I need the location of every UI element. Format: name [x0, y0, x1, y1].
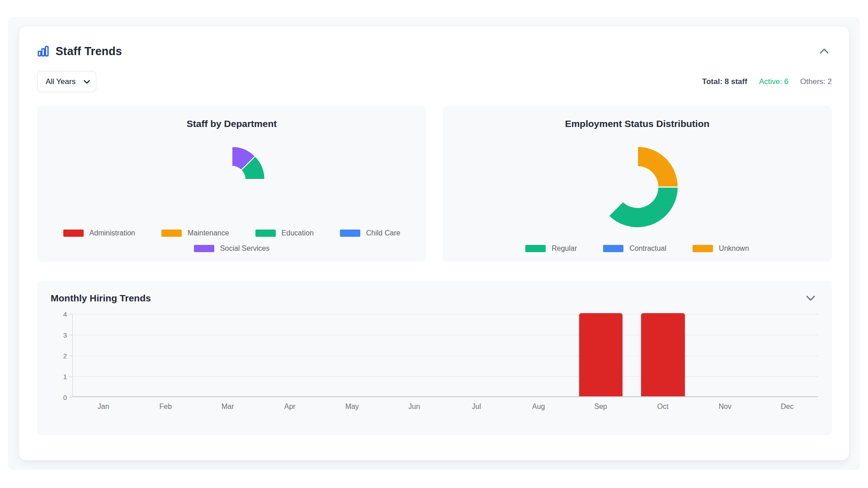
bar-chart-x-labels: JanFebMarAprMayJunJulAugSepOctNovDec [72, 403, 818, 411]
bar-cell-oct [632, 314, 694, 396]
x-tick-label-mar: Mar [197, 403, 259, 411]
active-staff-stat: Active: 6 [759, 77, 788, 86]
legend-swatch [255, 230, 276, 237]
legend-swatch [340, 230, 360, 237]
monthly-trends-panel: Monthly Hiring Trends 01234 JanFebMarApr… [37, 281, 832, 435]
legend-item-education[interactable]: Education [255, 229, 314, 237]
bar-cell-jun [383, 314, 445, 396]
card-header: Staff Trends [37, 42, 832, 60]
bar-cell-jul [446, 314, 508, 396]
y-tick-mark [69, 376, 72, 377]
x-tick-label-oct: Oct [632, 403, 694, 411]
y-tick-label: 2 [63, 352, 67, 360]
y-tick-label: 0 [63, 394, 67, 401]
x-tick-label-may: May [321, 403, 383, 411]
legend-item-maintenance[interactable]: Maintenance [161, 229, 229, 237]
bar-chart-icon [37, 45, 49, 57]
bar-cell-sep [570, 314, 632, 396]
legend-label: Child Care [366, 229, 401, 237]
legend-swatch [603, 245, 623, 252]
legend-swatch [194, 245, 214, 252]
donut-slice-unknown[interactable] [637, 146, 678, 187]
controls-row: All Years Total: 8 staff Active: 6 Other… [37, 71, 832, 92]
y-tick-mark [69, 314, 72, 314]
bar-cell-nov [694, 314, 756, 396]
bar-oct[interactable] [641, 313, 684, 396]
legend-item-administration[interactable]: Administration [63, 229, 135, 237]
bar-cell-may [321, 314, 383, 396]
bar-cell-apr [259, 314, 321, 396]
bar-cell-mar [197, 314, 259, 396]
charts-row: Staff by Department AdministrationMainte… [37, 106, 832, 262]
collapse-monthly-button[interactable] [803, 292, 818, 304]
legend-label: Unknown [719, 244, 749, 253]
y-tick-label: 3 [63, 331, 67, 339]
legend-swatch [525, 245, 546, 252]
bar-chart-plot-area [72, 314, 818, 397]
status-chart-title: Employment Status Distribution [565, 118, 710, 129]
department-legend: AdministrationMaintenanceEducationChild … [46, 229, 417, 253]
staff-trends-section: Staff Trends All Years [8, 17, 860, 470]
legend-label: Administration [90, 229, 135, 237]
others-staff-stat: Others: 2 [800, 77, 832, 86]
x-tick-label-jun: Jun [383, 403, 446, 411]
y-tick-label: 1 [63, 373, 67, 380]
collapse-section-button[interactable] [816, 45, 832, 57]
x-tick-label-aug: Aug [508, 403, 570, 411]
monthly-trends-title: Monthly Hiring Trends [51, 293, 151, 304]
department-chart-title: Staff by Department [187, 118, 277, 129]
legend-label: Maintenance [188, 229, 229, 237]
legend-swatch [693, 245, 713, 252]
legend-item-contractual[interactable]: Contractual [603, 244, 666, 253]
bar-cell-feb [135, 314, 197, 396]
x-tick-label-dec: Dec [756, 403, 819, 411]
legend-label: Contractual [629, 244, 666, 253]
y-tick-mark [69, 356, 72, 356]
total-staff-stat: Total: 8 staff [702, 77, 747, 86]
x-tick-label-feb: Feb [135, 403, 197, 411]
status-donut-chart [595, 129, 679, 244]
status-chart-panel: Employment Status Distribution RegularCo… [443, 106, 832, 262]
page-title: Staff Trends [56, 45, 122, 58]
department-chart-panel: Staff by Department AdministrationMainte… [37, 106, 426, 262]
chevron-down-icon [806, 296, 816, 303]
year-filter: All Years [37, 71, 96, 92]
x-tick-label-jan: Jan [72, 403, 135, 411]
bars-layer [73, 314, 818, 396]
bar-chart-y-axis: 01234 [52, 314, 72, 397]
monthly-bar-chart: 01234 JanFebMarAprMayJunJulAugSepOctNovD… [52, 314, 818, 411]
legend-label: Education [282, 229, 314, 237]
y-tick-mark [69, 335, 72, 335]
legend-label: Regular [552, 244, 577, 253]
x-tick-label-jul: Jul [445, 403, 508, 411]
bar-sep[interactable] [579, 313, 623, 396]
legend-label: Social Services [220, 244, 269, 253]
legend-item-social-services[interactable]: Social Services [194, 244, 269, 253]
legend-swatch [161, 230, 182, 237]
bar-cell-aug [508, 314, 570, 396]
legend-item-child-care[interactable]: Child Care [340, 229, 401, 237]
y-tick-label: 4 [63, 310, 67, 318]
y-tick-mark [69, 397, 72, 398]
legend-item-regular[interactable]: Regular [525, 244, 577, 253]
staff-trends-card: Staff Trends All Years [19, 27, 849, 460]
department-donut-chart [198, 129, 266, 229]
bar-cell-dec [756, 314, 818, 396]
status-legend: RegularContractualUnknown [525, 244, 749, 253]
x-tick-label-sep: Sep [570, 403, 632, 411]
x-tick-label-nov: Nov [694, 403, 756, 411]
monthly-header: Monthly Hiring Trends [51, 292, 818, 304]
summary-stats: Total: 8 staff Active: 6 Others: 2 [702, 77, 832, 86]
year-filter-select[interactable]: All Years [37, 71, 96, 92]
legend-swatch [63, 230, 84, 237]
x-tick-label-apr: Apr [259, 403, 321, 411]
chevron-up-icon [819, 49, 829, 56]
bar-cell-jan [73, 314, 135, 396]
legend-item-unknown[interactable]: Unknown [693, 244, 749, 253]
